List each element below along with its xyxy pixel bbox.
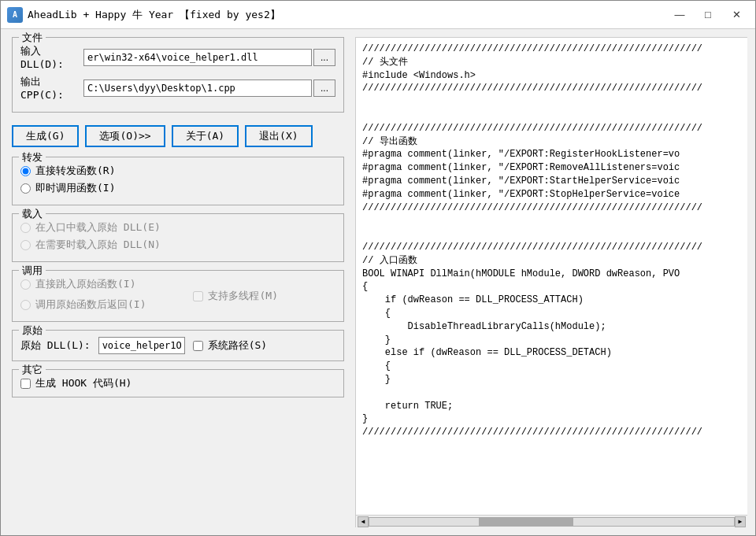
original-dll-input[interactable] [98, 337, 185, 354]
file-group-title: 文件 [19, 31, 46, 45]
forward-direct-label: 直接转发函数(R) [35, 164, 115, 178]
forward-call-label: 即时调用函数(I) [35, 181, 115, 195]
about-button[interactable]: 关于(A) [172, 125, 239, 147]
load-group-title: 载入 [19, 207, 46, 221]
call-return-radio[interactable] [20, 300, 31, 310]
forward-call-radio[interactable] [20, 183, 31, 194]
forward-group-title: 转发 [19, 150, 46, 164]
titlebar: A AheadLib + Happy 牛 Year 【fixed by yes2… [1, 1, 755, 29]
call-direct-label: 直接跳入原始函数(I) [35, 277, 135, 291]
scroll-right-arrow[interactable]: ▶ [735, 516, 746, 527]
hook-code-label: 生成 HOOK 代码(H) [35, 376, 132, 390]
exit-button[interactable]: 退出(X) [245, 125, 312, 147]
horizontal-scrollbar[interactable]: ◀ ▶ [356, 515, 747, 527]
forward-direct-row: 直接转发函数(R) [20, 164, 335, 178]
scrollbar-track[interactable] [369, 517, 735, 527]
main-window: A AheadLib + Happy 牛 Year 【fixed by yes2… [0, 0, 756, 536]
code-panel: ////////////////////////////////////////… [355, 37, 747, 527]
titlebar-buttons: — □ ✕ [667, 6, 749, 24]
load-entry-radio[interactable] [20, 223, 31, 233]
cpp-browse-button[interactable]: ... [313, 79, 335, 97]
dll-row: 输入 DLL(D): ... [20, 44, 335, 70]
dll-label: 输入 DLL(D): [20, 44, 83, 70]
hook-code-checkbox[interactable] [20, 379, 31, 389]
cpp-label: 输出 CPP(C): [20, 75, 83, 101]
main-content: 文件 输入 DLL(D): ... 输出 CPP(C): ... 生成(G) 选… [1, 29, 755, 535]
original-dll-label: 原始 DLL(L): [20, 338, 91, 353]
minimize-button[interactable]: — [667, 6, 692, 24]
left-panel: 文件 输入 DLL(D): ... 输出 CPP(C): ... 生成(G) 选… [1, 29, 355, 535]
dll-browse-button[interactable]: ... [313, 49, 335, 66]
cpp-row: 输出 CPP(C): ... [20, 75, 335, 101]
file-group: 文件 输入 DLL(D): ... 输出 CPP(C): ... [12, 37, 344, 113]
maximize-button[interactable]: □ [695, 6, 721, 24]
generate-button[interactable]: 生成(G) [12, 125, 79, 147]
multithread-checkbox[interactable] [193, 291, 203, 301]
load-entry-row: 在入口中载入原始 DLL(E) [20, 220, 335, 235]
load-group: 载入 在入口中载入原始 DLL(E) 在需要时载入原始 DLL(N) [12, 213, 344, 262]
multithread-row: 支持多线程(M) [193, 289, 277, 303]
call-direct-radio[interactable] [20, 279, 31, 290]
dll-input[interactable] [83, 49, 312, 66]
syspath-label: 系统路径(S) [208, 338, 267, 353]
cpp-input[interactable] [83, 79, 312, 97]
window-title: AheadLib + Happy 牛 Year 【fixed by yes2】 [28, 8, 667, 22]
load-demand-label: 在需要时载入原始 DLL(N) [35, 238, 161, 252]
load-entry-label: 在入口中载入原始 DLL(E) [35, 220, 161, 235]
code-display: ////////////////////////////////////////… [356, 38, 747, 515]
original-group: 原始 原始 DLL(L): 系统路径(S) [12, 330, 344, 361]
original-group-title: 原始 [19, 323, 46, 338]
scrollbar-thumb[interactable] [479, 518, 573, 526]
call-group: 调用 直接跳入原始函数(I) 调用原始函数后返回(I) [12, 270, 344, 322]
forward-direct-radio[interactable] [20, 166, 31, 176]
other-group: 其它 生成 HOOK 代码(H) [12, 369, 344, 397]
call-return-label: 调用原始函数后返回(I) [35, 298, 146, 312]
load-demand-row: 在需要时载入原始 DLL(N) [20, 238, 335, 252]
options-button[interactable]: 选项(O)>> [85, 125, 165, 147]
multithread-label: 支持多线程(M) [208, 289, 277, 303]
syspath-row: 系统路径(S) [193, 338, 267, 353]
action-buttons: 生成(G) 选项(O)>> 关于(A) 退出(X) [12, 125, 344, 147]
call-group-title: 调用 [19, 264, 46, 278]
forward-call-row: 即时调用函数(I) [20, 181, 335, 195]
forward-group: 转发 直接转发函数(R) 即时调用函数(I) [12, 157, 344, 205]
call-return-row: 调用原始函数后返回(I) [20, 298, 146, 312]
scroll-left-arrow[interactable]: ◀ [358, 516, 369, 527]
close-button[interactable]: ✕ [724, 6, 749, 24]
load-demand-radio[interactable] [20, 240, 31, 250]
app-icon: A [7, 7, 23, 23]
call-direct-row: 直接跳入原始函数(I) [20, 277, 146, 291]
other-group-title: 其它 [19, 363, 46, 377]
hook-code-row: 生成 HOOK 代码(H) [20, 376, 335, 390]
syspath-checkbox[interactable] [193, 341, 203, 351]
